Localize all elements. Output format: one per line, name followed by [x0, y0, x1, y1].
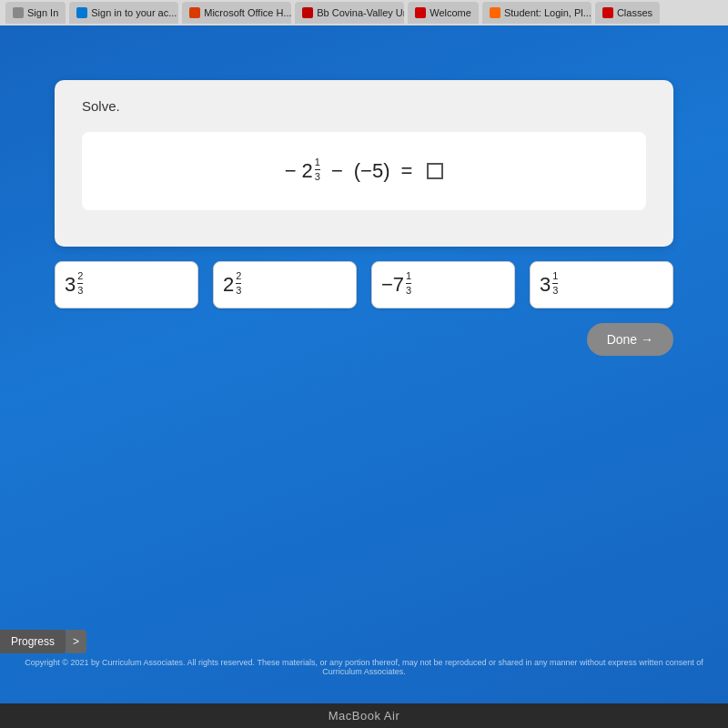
tab-sign-in-icon	[13, 7, 24, 18]
equation: − 2 1 3 − (−5) =	[285, 159, 444, 183]
equation-paren: (−5)	[354, 159, 390, 183]
welcome-icon	[415, 7, 426, 18]
classes-icon	[602, 7, 613, 18]
student-icon	[490, 7, 500, 18]
progress-label: Progress	[0, 630, 66, 653]
tab-sign-in-ac[interactable]: Sign in to your ac...	[69, 2, 178, 24]
tab-office[interactable]: Microsoft Office H...	[182, 2, 291, 24]
done-button[interactable]: Done →	[587, 323, 673, 356]
tab-covina[interactable]: Bb Covina-Valley Unif...	[295, 2, 404, 24]
answer-box	[427, 163, 443, 179]
question-label: Solve.	[82, 98, 646, 114]
tab-welcome[interactable]: Welcome	[408, 2, 479, 24]
tab-classes[interactable]: Classes	[595, 2, 660, 24]
main-content-area: Solve. − 2 1 3 − (−5) = 3	[0, 25, 728, 703]
equation-mixed-number: 2 1 3	[302, 159, 320, 183]
equation-area: − 2 1 3 − (−5) =	[82, 132, 646, 210]
progress-bar: Progress >	[0, 630, 86, 653]
tab-sign-in[interactable]: Sign In	[5, 2, 66, 24]
copyright-text: Copyright © 2021 by Curriculum Associate…	[0, 658, 728, 676]
question-card: Solve. − 2 1 3 − (−5) =	[55, 80, 673, 247]
macbook-label: MacBook Air	[329, 709, 399, 723]
choice-d[interactable]: 3 1 3	[530, 261, 673, 308]
choice-b[interactable]: 2 2 3	[213, 261, 357, 308]
equation-equals: =	[400, 159, 412, 183]
browser-tab-bar: Sign In Sign in to your ac... Microsoft …	[0, 0, 728, 25]
tab-student-login[interactable]: Student: Login, Pl...	[482, 2, 592, 24]
bb-icon	[302, 7, 313, 18]
macbook-bar: MacBook Air	[0, 703, 728, 728]
progress-arrow[interactable]: >	[66, 630, 86, 653]
choices-row: 3 2 3 2 2 3 −7 1 3	[55, 261, 673, 308]
equation-minus: −	[285, 159, 297, 183]
equation-operator: −	[331, 159, 343, 183]
choice-c[interactable]: −7 1 3	[371, 261, 515, 308]
microsoft-icon	[76, 7, 87, 18]
done-row: Done →	[55, 323, 673, 356]
office-icon	[189, 7, 200, 18]
choice-a[interactable]: 3 2 3	[55, 261, 198, 308]
